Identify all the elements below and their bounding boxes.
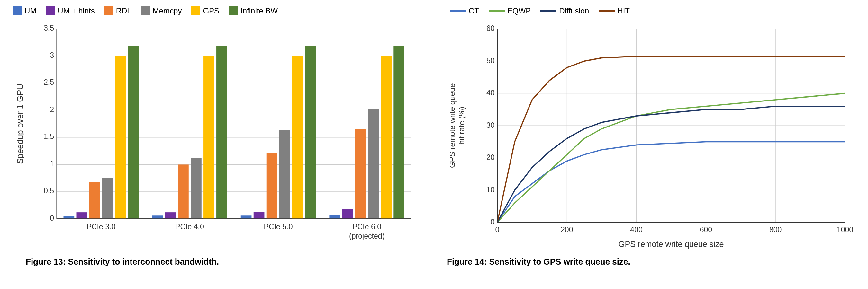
svg-rect-34 [267, 152, 277, 219]
svg-text:GPS remote write queue: GPS remote write queue [450, 83, 457, 168]
svg-rect-19 [76, 212, 87, 219]
legend-item: Infinite BW [229, 6, 278, 15]
legend-item: HIT [598, 6, 630, 15]
svg-text:10: 10 [487, 185, 495, 194]
svg-text:3: 3 [50, 51, 54, 60]
legend-item: RDL [104, 6, 131, 15]
svg-rect-26 [165, 212, 176, 219]
svg-rect-43 [381, 56, 392, 219]
svg-text:30: 30 [487, 121, 495, 130]
svg-text:1000: 1000 [837, 225, 853, 234]
svg-rect-21 [102, 178, 113, 219]
svg-text:400: 400 [630, 225, 643, 234]
svg-text:3.5: 3.5 [44, 24, 54, 32]
legend-item: Memcpy [141, 6, 182, 15]
svg-text:1.5: 1.5 [44, 132, 54, 141]
svg-rect-20 [89, 182, 100, 219]
legend-item: GPS [191, 6, 219, 15]
svg-rect-36 [292, 56, 303, 219]
svg-rect-30 [216, 46, 227, 219]
svg-rect-22 [115, 56, 126, 219]
svg-text:0: 0 [491, 218, 495, 226]
legend-item: Diffusion [540, 6, 589, 15]
svg-text:60: 60 [487, 24, 495, 33]
svg-text:800: 800 [769, 225, 782, 234]
svg-text:PCIe 5.0: PCIe 5.0 [264, 222, 293, 231]
svg-text:20: 20 [487, 153, 495, 162]
svg-text:1: 1 [50, 159, 54, 168]
right-legend: CTEQWPDiffusionHIT [450, 6, 855, 15]
svg-rect-33 [254, 212, 265, 219]
legend-item: UM + hints [46, 6, 94, 15]
svg-rect-39 [329, 215, 340, 219]
svg-text:PCIe 6.0: PCIe 6.0 [352, 222, 381, 231]
svg-text:Speedup over 1 GPU: Speedup over 1 GPU [16, 84, 25, 164]
svg-rect-41 [355, 130, 366, 219]
svg-text:0.5: 0.5 [44, 187, 54, 195]
legend-item: CT [450, 6, 479, 15]
legend-item: EQWP [489, 6, 531, 15]
svg-text:600: 600 [700, 225, 712, 234]
svg-text:PCIe 4.0: PCIe 4.0 [175, 222, 204, 231]
caption-right: Figure 14: Sensitivity to GPS write queu… [434, 257, 855, 283]
caption-left: Figure 13: Sensitivity to interconnect b… [13, 257, 434, 283]
svg-text:PCIe 3.0: PCIe 3.0 [87, 222, 116, 231]
svg-rect-18 [64, 216, 74, 219]
svg-text:GPS remote write queue size: GPS remote write queue size [619, 240, 724, 249]
svg-rect-25 [152, 215, 163, 219]
svg-text:2: 2 [50, 105, 54, 114]
svg-rect-40 [342, 209, 353, 219]
svg-rect-44 [394, 46, 404, 219]
left-chart-area: 00.511.522.533.5Speedup over 1 GPUPCIe 3… [13, 22, 418, 250]
svg-rect-23 [128, 46, 138, 219]
left-chart-container: UMUM + hintsRDLMemcpyGPSInfinite BW 00.5… [13, 6, 437, 250]
svg-rect-29 [204, 56, 214, 219]
svg-rect-28 [191, 158, 202, 219]
svg-rect-32 [241, 215, 252, 219]
svg-rect-35 [279, 131, 290, 219]
left-legend: UMUM + hintsRDLMemcpyGPSInfinite BW [13, 6, 418, 15]
captions-container: Figure 13: Sensitivity to interconnect b… [0, 250, 868, 289]
svg-text:0: 0 [495, 225, 500, 234]
svg-rect-37 [305, 46, 316, 219]
right-chart-area: 01020304050602004006008001000GPS remote … [450, 22, 855, 250]
svg-text:50: 50 [487, 56, 495, 65]
legend-item: UM [13, 6, 36, 15]
svg-text:0: 0 [50, 214, 54, 222]
svg-text:hit rate (%): hit rate (%) [458, 107, 466, 145]
svg-text:2.5: 2.5 [44, 78, 54, 87]
svg-text:(projected): (projected) [349, 231, 384, 240]
svg-rect-27 [178, 165, 189, 219]
svg-rect-42 [368, 109, 379, 219]
svg-text:40: 40 [487, 88, 495, 97]
right-chart-container: CTEQWPDiffusionHIT 010203040506020040060… [437, 6, 855, 250]
svg-text:200: 200 [561, 225, 573, 234]
